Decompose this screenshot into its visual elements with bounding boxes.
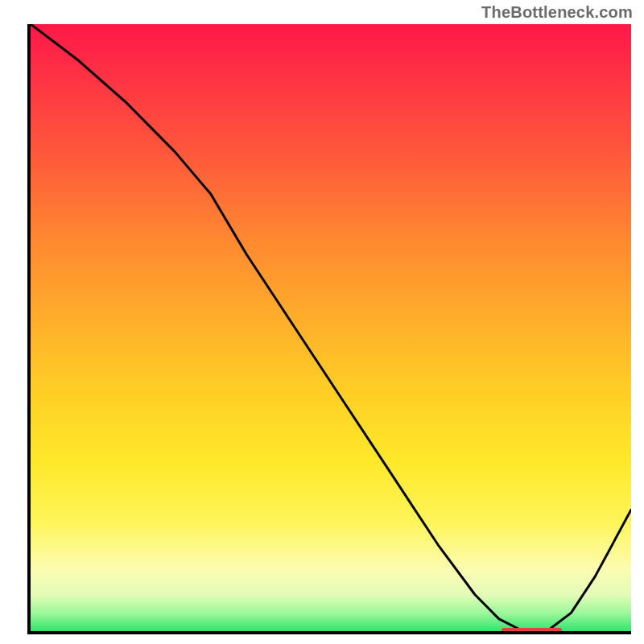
attribution-text: TheBottleneck.com bbox=[481, 3, 633, 22]
trough-marker bbox=[502, 628, 562, 633]
plot-area bbox=[27, 24, 631, 634]
bottleneck-curve bbox=[31, 24, 631, 631]
chart-frame: TheBottleneck.com bbox=[0, 0, 644, 644]
